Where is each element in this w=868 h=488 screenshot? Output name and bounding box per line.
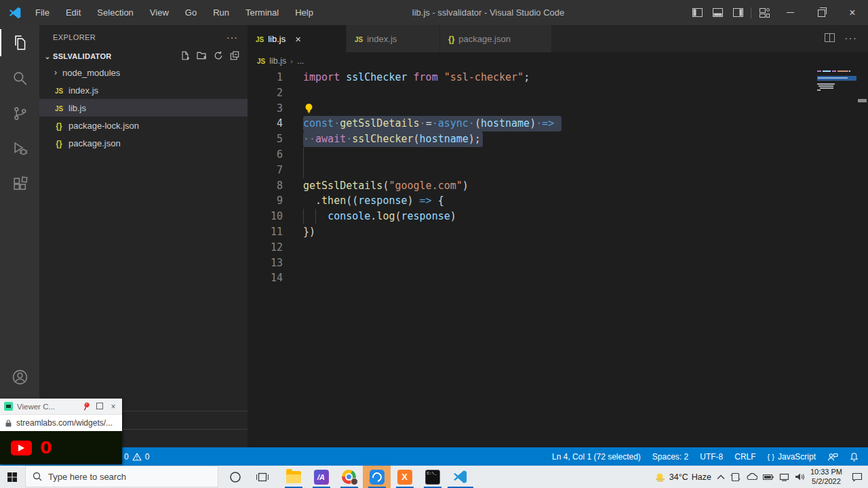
workspace-name: SSLVALIDATOR [53, 52, 112, 60]
code-text: console.log(response) [303, 209, 456, 224]
volume-icon[interactable] [795, 472, 805, 481]
menu-help[interactable]: Help [287, 0, 321, 25]
accounts-icon[interactable] [0, 359, 39, 394]
run-and-debug-icon[interactable] [0, 131, 39, 166]
popup-maximize-button[interactable] [95, 402, 104, 411]
source-control-icon[interactable] [0, 96, 39, 131]
pin-icon[interactable] [81, 400, 93, 412]
code-line-14: 14 [248, 270, 868, 286]
customize-layout-icon[interactable] [754, 0, 774, 25]
popup-title-bar[interactable]: Viewer C... × [0, 399, 122, 414]
weather-widget[interactable]: 34°C Haze [654, 472, 711, 482]
taskbar-search[interactable]: Type here to search [25, 466, 218, 487]
menu-selection[interactable]: Selection [89, 0, 141, 25]
popup-address-bar[interactable]: streamlabs.com/widgets/... [0, 414, 122, 431]
line-number: 10 [248, 209, 283, 224]
line-number: 7 [248, 163, 283, 178]
code-text: const·getSslDetails·=·async·(hostname)·=… [303, 116, 554, 131]
menu-run[interactable]: Run [205, 0, 237, 25]
tab-label: lib.js [268, 34, 285, 44]
collapse-folders-icon[interactable] [230, 51, 239, 62]
file-name: package.json [68, 138, 121, 148]
taskbar-app-command-prompt[interactable]: C:\_ [418, 466, 446, 488]
taskbar-app-xampp[interactable]: X [391, 466, 418, 488]
breadcrumb-file[interactable]: lib.js [269, 56, 286, 66]
refresh-explorer-icon[interactable] [214, 51, 223, 62]
battery-icon[interactable] [763, 474, 774, 481]
start-button[interactable] [0, 466, 24, 488]
popup-close-button[interactable]: × [108, 402, 118, 411]
clock[interactable]: 10:33 PM 5/2/2022 [810, 468, 842, 487]
feedback-icon[interactable] [827, 452, 838, 462]
editor-more-actions-icon[interactable]: ··· [844, 33, 857, 45]
vscode-icon [452, 469, 468, 485]
new-folder-icon[interactable] [197, 51, 207, 62]
problems-status[interactable]: 0 0 [124, 452, 149, 462]
menu-view[interactable]: View [142, 0, 177, 25]
action-center-icon[interactable] [852, 472, 863, 482]
status-language-mode[interactable]: { }JavaScript [768, 452, 816, 462]
popup-url: streamlabs.com/widgets/... [16, 418, 113, 428]
breadcrumb-symbol[interactable]: ... [297, 56, 304, 66]
search-placeholder: Type here to search [48, 472, 126, 482]
cortana-button[interactable] [225, 466, 245, 488]
new-file-icon[interactable] [180, 51, 190, 62]
file-item-lib.js[interactable]: JSlib.js [39, 99, 248, 117]
tab-index.js[interactable]: JSindex.js [347, 25, 440, 52]
file-item-index.js[interactable]: JSindex.js [39, 81, 248, 99]
tab-lib.js[interactable]: JSlib.js× [248, 25, 347, 52]
menu-file[interactable]: File [27, 0, 58, 25]
menu-go[interactable]: Go [177, 0, 205, 25]
streamlabs-icon [370, 470, 384, 485]
network-icon[interactable] [779, 473, 789, 481]
title-bar: FileEditSelectionViewGoRunTerminalHelp l… [0, 0, 868, 25]
menu-edit[interactable]: Edit [58, 0, 89, 25]
status-indentation[interactable]: Spaces: 2 [652, 452, 688, 462]
status-cursor-position[interactable]: Ln 4, Col 1 (72 selected) [552, 452, 641, 462]
status-eol-sequence[interactable]: CRLF [734, 452, 755, 462]
minimize-button[interactable] [774, 0, 806, 25]
toggle-panel-icon[interactable] [707, 0, 728, 25]
explorer-more-icon[interactable]: ··· [226, 32, 238, 43]
line-number: 9 [248, 193, 283, 209]
explorer-icon[interactable] [0, 25, 39, 60]
file-explorer-icon [286, 471, 301, 483]
tab-close-icon[interactable]: × [295, 33, 301, 45]
taskbar-app-vscode[interactable] [446, 466, 474, 488]
file-item-package-lock.json[interactable]: {}package-lock.json [39, 117, 248, 134]
workspace-section-header[interactable]: ⌄ SSLVALIDATOR [39, 49, 248, 64]
tab-package.json[interactable]: {}package.json [440, 25, 552, 52]
tab-label: index.js [367, 34, 397, 44]
indent-guide [303, 147, 304, 163]
taskbar-app-chrome[interactable] [335, 466, 363, 488]
search-icon[interactable] [0, 60, 39, 96]
menu-terminal[interactable]: Terminal [237, 0, 287, 25]
extensions-icon[interactable] [0, 166, 39, 201]
breadcrumb: JS lib.js › ... [248, 52, 868, 70]
taskbar-app-streamlabs[interactable] [363, 466, 391, 488]
device-icon[interactable] [730, 472, 741, 482]
code-editor[interactable]: 1import sslChecker from "ssl-checker";23… [248, 70, 868, 447]
status-encoding[interactable]: UTF-8 [700, 452, 723, 462]
taskbar-app-file-explorer[interactable] [279, 466, 307, 488]
task-view-button[interactable] [252, 466, 273, 488]
file-item-package.json[interactable]: {}package.json [39, 134, 248, 152]
split-editor-icon[interactable] [825, 33, 835, 45]
xampp-icon: X [397, 470, 412, 485]
toggle-secondary-sidebar-icon[interactable] [728, 0, 748, 25]
code-line-7: 7 [248, 163, 868, 178]
file-item-node_modules[interactable]: ›node_modules [39, 64, 248, 81]
taskbar-app-slash-a-app[interactable]: /A [307, 466, 335, 488]
file-name: lib.js [68, 103, 86, 113]
json-file-icon: {} [53, 121, 65, 131]
toggle-sidebar-icon[interactable] [687, 0, 707, 25]
status-label: UTF-8 [700, 452, 723, 462]
chevron-up-icon[interactable] [717, 474, 725, 480]
notifications-bell-icon[interactable] [850, 452, 859, 462]
close-button[interactable]: × [837, 0, 868, 25]
restore-button[interactable] [806, 0, 837, 25]
line-number: 1 [248, 70, 283, 85]
onedrive-icon[interactable] [746, 473, 757, 481]
minimap[interactable] [817, 70, 857, 165]
weather-desc: Haze [692, 472, 711, 482]
